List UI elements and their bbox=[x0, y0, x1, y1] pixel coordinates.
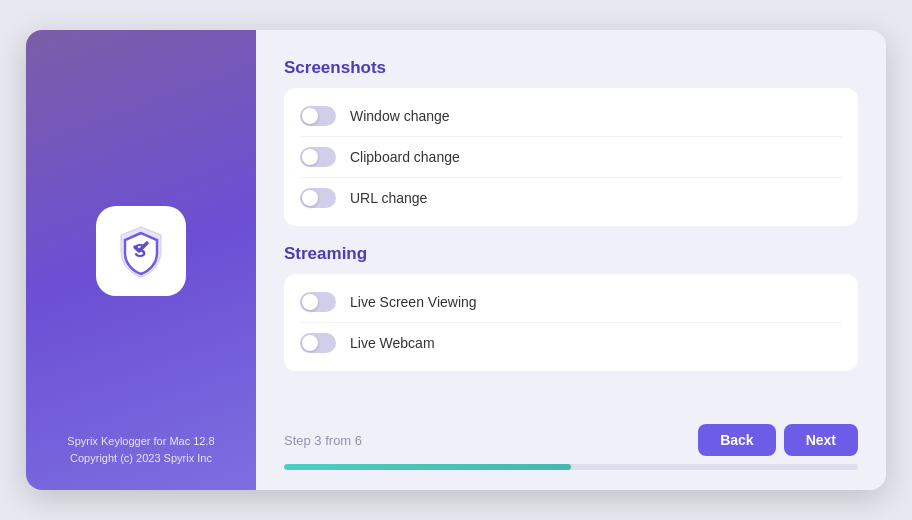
sidebar: S Spyrix Keylogger for Mac 12.8 Copyrigh… bbox=[26, 30, 256, 490]
screenshots-card: Window change Clipboard change URL chang… bbox=[284, 88, 858, 226]
footer: Step 3 from 6 Back Next bbox=[284, 424, 858, 470]
main-window: S Spyrix Keylogger for Mac 12.8 Copyrigh… bbox=[26, 30, 886, 490]
step-text: Step 3 from 6 bbox=[284, 433, 362, 448]
toggle-row-live-screen: Live Screen Viewing bbox=[300, 282, 842, 323]
toggle-live-screen[interactable] bbox=[300, 292, 336, 312]
toggle-label-live-webcam: Live Webcam bbox=[350, 335, 435, 351]
screenshots-title: Screenshots bbox=[284, 58, 858, 78]
toggle-label-clipboard-change: Clipboard change bbox=[350, 149, 460, 165]
toggle-row-window-change: Window change bbox=[300, 96, 842, 137]
btn-group: Back Next bbox=[698, 424, 858, 456]
svg-text:S: S bbox=[134, 241, 146, 261]
toggle-label-live-screen: Live Screen Viewing bbox=[350, 294, 477, 310]
next-button[interactable]: Next bbox=[784, 424, 858, 456]
footer-row: Step 3 from 6 Back Next bbox=[284, 424, 858, 456]
progress-bar-container bbox=[284, 464, 858, 470]
streaming-title: Streaming bbox=[284, 244, 858, 264]
back-button[interactable]: Back bbox=[698, 424, 775, 456]
app-name: Spyrix Keylogger for Mac 12.8 bbox=[67, 435, 214, 447]
toggle-row-live-webcam: Live Webcam bbox=[300, 323, 842, 363]
logo-container: S bbox=[96, 206, 186, 296]
toggle-live-webcam[interactable] bbox=[300, 333, 336, 353]
main-content: Screenshots Window change Clipboard chan… bbox=[256, 30, 886, 490]
toggle-label-url-change: URL change bbox=[350, 190, 427, 206]
sidebar-footer: Spyrix Keylogger for Mac 12.8 Copyright … bbox=[67, 433, 214, 466]
toggle-row-clipboard-change: Clipboard change bbox=[300, 137, 842, 178]
toggle-url-change[interactable] bbox=[300, 188, 336, 208]
toggle-label-window-change: Window change bbox=[350, 108, 450, 124]
toggle-clipboard-change[interactable] bbox=[300, 147, 336, 167]
progress-bar-fill bbox=[284, 464, 571, 470]
toggle-window-change[interactable] bbox=[300, 106, 336, 126]
shield-icon: S bbox=[113, 223, 169, 279]
streaming-card: Live Screen Viewing Live Webcam bbox=[284, 274, 858, 371]
copyright: Copyright (c) 2023 Spyrix Inc bbox=[70, 452, 212, 464]
logo-box: S bbox=[96, 206, 186, 296]
toggle-row-url-change: URL change bbox=[300, 178, 842, 218]
